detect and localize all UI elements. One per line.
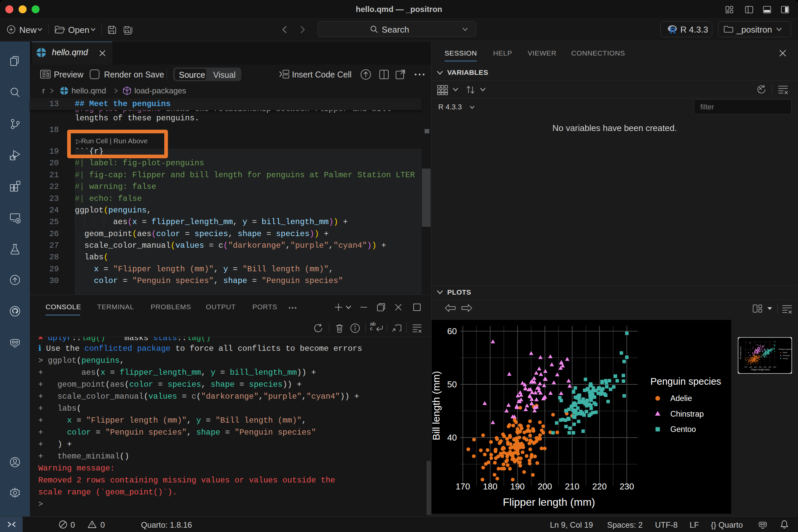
svg-text:180: 180	[483, 481, 497, 491]
svg-text:50: 50	[447, 379, 457, 390]
svg-text:Gentoo: Gentoo	[783, 358, 788, 359]
svg-text:Adelie: Adelie	[783, 352, 787, 354]
svg-text:190: 190	[754, 366, 757, 368]
svg-text:200: 200	[759, 366, 762, 368]
svg-text:Penguin species: Penguin species	[650, 376, 721, 387]
svg-text:Chinstrap: Chinstrap	[670, 410, 704, 418]
svg-text:200: 200	[538, 481, 552, 491]
svg-text:Flipper length (mm): Flipper length (mm)	[751, 368, 770, 371]
svg-text:210: 210	[565, 481, 579, 491]
svg-text:Adelie: Adelie	[670, 394, 692, 403]
svg-text:Chinstrap: Chinstrap	[783, 355, 790, 357]
svg-text:170: 170	[456, 481, 470, 491]
svg-text:220: 220	[592, 481, 607, 491]
svg-text:Penguin species: Penguin species	[779, 348, 792, 350]
svg-text:60: 60	[447, 326, 457, 336]
svg-text:40: 40	[447, 433, 457, 442]
svg-text:230: 230	[620, 481, 634, 491]
svg-text:220: 220	[768, 366, 772, 368]
svg-text:Flipper length (mm): Flipper length (mm)	[503, 496, 595, 508]
svg-text:Bill length (mm): Bill length (mm)	[432, 371, 441, 440]
svg-text:R: R	[670, 25, 676, 34]
svg-text:180: 180	[749, 366, 752, 368]
svg-text:190: 190	[510, 481, 525, 491]
svg-text:170: 170	[744, 366, 747, 368]
svg-text:210: 210	[764, 366, 767, 368]
svg-text:Gentoo: Gentoo	[670, 425, 696, 434]
svg-text:Bill length (mm): Bill length (mm)	[740, 346, 741, 359]
svg-text:230: 230	[773, 366, 776, 368]
